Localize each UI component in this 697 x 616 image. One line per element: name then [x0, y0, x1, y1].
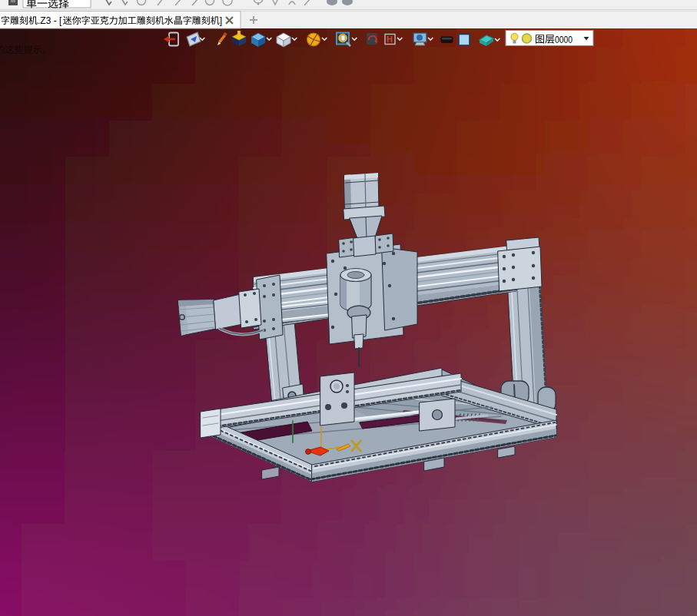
- svg-text:H: H: [387, 35, 393, 44]
- svg-text:.Z3 - [: .Z3 - [: [38, 15, 62, 26]
- svg-text:0000: 0000: [555, 34, 573, 45]
- svg-text:]: ]: [220, 15, 222, 26]
